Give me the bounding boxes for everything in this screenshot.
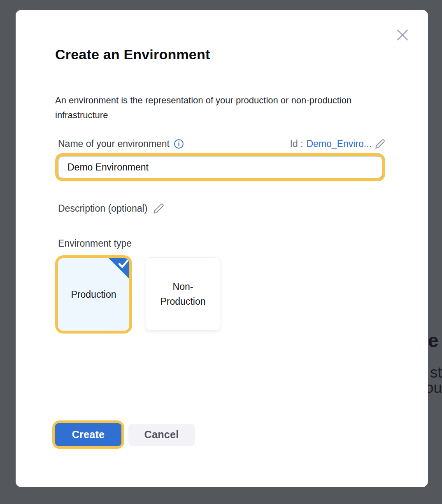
create-button[interactable]: Create bbox=[55, 423, 121, 446]
dialog-description: An environment is the representation of … bbox=[55, 93, 364, 123]
pencil-icon bbox=[375, 139, 385, 149]
create-button-highlight: Create bbox=[52, 420, 124, 449]
cancel-button[interactable]: Cancel bbox=[128, 424, 195, 446]
id-label: Id : bbox=[290, 138, 303, 149]
name-input-highlight bbox=[55, 153, 385, 181]
close-icon bbox=[395, 28, 409, 42]
production-card-highlight: Production bbox=[55, 255, 132, 334]
name-field-label: Name of your environment bbox=[58, 138, 170, 149]
close-button[interactable] bbox=[395, 28, 410, 42]
create-environment-dialog: Create an Environment An environment is … bbox=[16, 10, 428, 487]
environment-type-label: Environment type bbox=[55, 238, 385, 249]
environment-name-input[interactable] bbox=[58, 156, 382, 178]
description-label: Description (optional) bbox=[55, 203, 147, 214]
environment-type-option-non-production[interactable]: Non-Production bbox=[146, 257, 220, 331]
pencil-icon bbox=[153, 203, 164, 214]
edit-id-button[interactable] bbox=[375, 139, 385, 149]
non-production-card-label: Non-Production bbox=[160, 279, 206, 309]
selected-check-icon bbox=[109, 258, 129, 279]
description-field-header: Description (optional) bbox=[55, 203, 385, 214]
production-card-label: Production bbox=[71, 287, 116, 302]
dialog-title: Create an Environment bbox=[55, 45, 387, 63]
edit-description-button[interactable] bbox=[153, 203, 164, 214]
background-text-fragment: e bbox=[428, 329, 439, 352]
environment-type-options: Production Non-Production bbox=[55, 255, 385, 334]
info-icon[interactable] bbox=[174, 139, 184, 149]
dialog-actions: Create Cancel bbox=[55, 420, 385, 449]
environment-type-option-production[interactable]: Production bbox=[58, 258, 129, 331]
background-text-fragment: st bbox=[430, 364, 442, 381]
name-field-header: Name of your environment Id : Demo_Envir… bbox=[55, 138, 385, 150]
id-value-link[interactable]: Demo_Enviro... bbox=[306, 138, 372, 149]
